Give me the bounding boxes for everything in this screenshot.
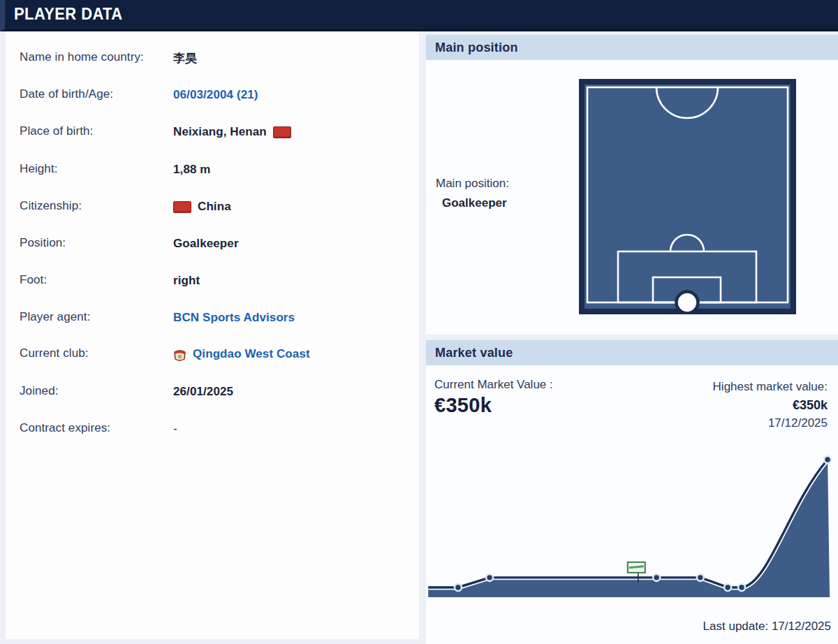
info-row-position: Position: Goalkeeper: [20, 235, 408, 253]
market-value-section: Market value Current Market Value : €350…: [426, 340, 838, 644]
market-value-chart: [427, 438, 837, 599]
joined-value: 26/01/2025: [173, 383, 233, 401]
china-flag-icon: [173, 201, 191, 213]
transfer-club-badge-stripe: [629, 566, 644, 568]
market-value-header: Market value: [426, 340, 838, 365]
chart-data-point: [738, 584, 745, 591]
main-position-header: Main position: [426, 35, 838, 60]
player-data-page: { "header": { "title": "PLAYER DATA" }, …: [0, 0, 838, 644]
main-position-label: Main position:: [436, 177, 509, 191]
current-club-text: Qingdao West Coast: [193, 347, 310, 361]
info-row-contract: Contract expires: -: [20, 420, 408, 438]
info-label: Name in home country:: [20, 50, 144, 64]
current-club-link[interactable]: Qingdao West Coast: [173, 345, 310, 363]
info-row-birthplace: Place of birth: Neixiang, Henan: [20, 123, 408, 141]
info-label: Position:: [20, 236, 66, 250]
market-value-header-text: Market value: [435, 346, 513, 360]
chart-data-point: [824, 456, 831, 463]
info-label: Date of birth/Age:: [20, 87, 113, 101]
info-row-name: Name in home country: 李昊: [20, 49, 408, 67]
info-row-foot: Foot: right: [20, 272, 408, 290]
goalkeeper-position-marker: [677, 292, 698, 314]
info-label: Citizenship:: [20, 199, 82, 213]
china-flag-icon: [273, 126, 291, 138]
info-row-citizenship: Citizenship: China: [20, 198, 408, 216]
chart-data-point: [724, 584, 731, 591]
info-row-dob: Date of birth/Age: 06/03/2004 (21): [20, 86, 408, 104]
name-home-country-value: 李昊: [173, 49, 197, 67]
info-label: Joined:: [20, 384, 59, 398]
page-title: PLAYER DATA: [14, 5, 123, 24]
info-label: Place of birth:: [20, 124, 93, 138]
height-value: 1,88 m: [173, 161, 211, 179]
info-label: Height:: [20, 162, 58, 176]
position-value: Goalkeeper: [173, 235, 239, 253]
current-market-value-block: Current Market Value : €350k: [434, 378, 553, 417]
club-crest-icon: [173, 347, 186, 362]
highest-market-value: €350k: [713, 396, 828, 414]
place-of-birth-value: Neixiang, Henan: [173, 123, 291, 141]
main-position-value: Goalkeeper: [442, 196, 509, 210]
main-position-header-text: Main position: [435, 41, 518, 55]
page-header-bar: PLAYER DATA: [0, 0, 838, 31]
chart-data-point: [653, 574, 660, 581]
current-market-value: €350k: [434, 394, 553, 417]
info-row-agent: Player agent: BCN Sports Advisors: [20, 309, 408, 327]
highest-market-value-label: Highest market value:: [713, 378, 828, 396]
main-position-section: Main position Main position: Goalkeeper: [426, 35, 838, 335]
chart-data-point: [697, 574, 704, 581]
player-agent-link[interactable]: BCN Sports Advisors: [173, 309, 295, 327]
player-info-panel: Name in home country: 李昊 Date of birth/A…: [6, 31, 419, 639]
info-label: Player agent:: [20, 310, 90, 324]
info-label: Foot:: [20, 273, 47, 287]
citizenship-text: China: [198, 200, 231, 214]
highest-market-value-date: 17/12/2025: [713, 414, 828, 432]
info-row-club: Current club: Qingdao West Coast: [20, 345, 408, 363]
half-pitch-graphic: [579, 79, 796, 314]
last-update-text: Last update: 17/12/2025: [703, 620, 831, 634]
citizenship-value: China: [173, 198, 231, 216]
chart-data-point: [455, 584, 462, 591]
foot-value: right: [173, 272, 200, 290]
highest-market-value-block: Highest market value: €350k 17/12/2025: [713, 378, 828, 432]
current-market-value-label: Current Market Value :: [434, 378, 553, 392]
main-position-text-block: Main position: Goalkeeper: [436, 177, 509, 210]
chart-data-point: [486, 574, 493, 581]
info-label: Current club:: [20, 346, 89, 360]
contract-expires-value: -: [173, 420, 177, 438]
info-label: Contract expires:: [20, 421, 110, 435]
info-row-height: Height: 1,88 m: [20, 161, 408, 179]
info-row-joined: Joined: 26/01/2025: [20, 383, 408, 401]
place-of-birth-text: Neixiang, Henan: [173, 125, 267, 139]
date-of-birth-link[interactable]: 06/03/2004 (21): [173, 86, 258, 104]
